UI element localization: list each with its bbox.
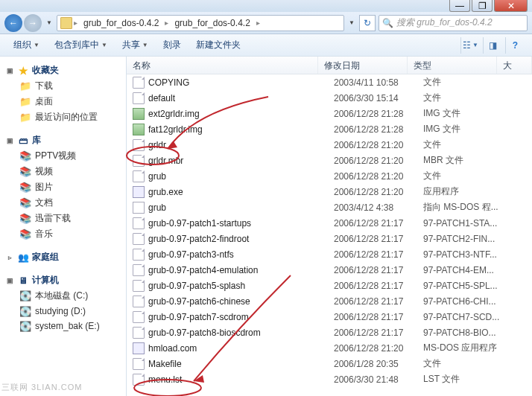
sidebar-item[interactable]: 💽studying (D:) xyxy=(3,304,123,319)
file-row[interactable]: grub-0.97-patch2-findroot2006/12/28 21:1… xyxy=(127,231,532,246)
sidebar-item[interactable]: 📚迅雷下载 xyxy=(3,211,123,226)
column-name[interactable]: 名称 xyxy=(127,57,318,74)
sidebar-item[interactable]: 📚音乐 xyxy=(3,226,123,242)
file-name: grub-0.97-patch2-findroot xyxy=(148,234,334,244)
help-button[interactable]: ? xyxy=(505,37,525,54)
refresh-button[interactable]: ↻ xyxy=(359,15,376,31)
library-icon: 🗃 xyxy=(17,135,29,147)
file-row[interactable]: grub.exe2006/12/28 21:20应用程序 xyxy=(127,184,532,199)
file-type: LST 文件 xyxy=(423,373,513,386)
file-icon xyxy=(133,155,145,167)
breadcrumb-seg-1[interactable]: grub_for_dos-0.4.2 xyxy=(79,18,163,28)
forward-button[interactable]: → xyxy=(24,14,42,32)
file-icon xyxy=(133,92,145,104)
sidebar-item[interactable]: 📁最近访问的位置 xyxy=(3,109,123,125)
file-type: 97-PATCH5-SPL... xyxy=(423,281,513,291)
maximize-icon: ❐ xyxy=(478,1,487,11)
item-icon: 📁 xyxy=(19,112,31,124)
sidebar-item[interactable]: 📚PPTV视频 xyxy=(3,148,123,164)
file-name: grub.exe xyxy=(148,187,334,197)
toolbar: 组织▼ 包含到库中▼ 共享▼ 刻录 新建文件夹 ☷▼ ◨ ? xyxy=(0,34,532,57)
column-date[interactable]: 修改日期 xyxy=(318,57,408,74)
file-type: 文件 xyxy=(423,92,513,104)
computer-group[interactable]: ▣ 🖥 计算机 xyxy=(3,272,123,288)
file-type: 指向 MS-DOS 程... xyxy=(423,201,513,214)
file-icon xyxy=(133,108,145,120)
include-menu[interactable]: 包含到库中▼ xyxy=(48,36,113,54)
sidebar-item[interactable]: 💽system_bak (E:) xyxy=(3,319,123,333)
file-row[interactable]: grub2003/4/12 4:38指向 MS-DOS 程... xyxy=(127,199,532,215)
file-row[interactable]: grub-0.97-patch6-chinese2006/12/28 21:17… xyxy=(127,293,532,309)
sidebar-item[interactable]: 📚图片 xyxy=(3,179,123,195)
share-menu[interactable]: 共享▼ xyxy=(116,36,154,54)
burn-button[interactable]: 刻录 xyxy=(157,36,187,54)
column-type[interactable]: 类型 xyxy=(408,57,497,74)
file-row[interactable]: grub-0.97-patch4-emulation2006/12/28 21:… xyxy=(127,262,532,278)
homegroup[interactable]: ▹ 👥 家庭组 xyxy=(3,249,123,265)
file-type: 97-PATCH1-STA... xyxy=(423,218,513,229)
file-row[interactable]: grub-0.97-patch3-ntfs2006/12/28 21:1797-… xyxy=(127,246,532,262)
item-icon: 📚 xyxy=(19,182,31,194)
item-icon: 📚 xyxy=(19,213,31,225)
file-name: grub xyxy=(148,202,334,213)
file-row[interactable]: COPYING2003/4/11 10:58文件 xyxy=(127,74,532,90)
file-row[interactable]: ext2grldr.img2006/12/28 21:28IMG 文件 xyxy=(127,106,532,121)
file-date: 2006/12/28 21:17 xyxy=(334,265,423,275)
file-name: grub-0.97-patch7-scdrom xyxy=(148,312,334,322)
file-type: MS-DOS 应用程序 xyxy=(423,342,513,354)
collapse-icon: ▣ xyxy=(6,276,14,284)
libraries-group[interactable]: ▣ 🗃 库 xyxy=(3,132,123,148)
file-row[interactable]: grldr2006/12/28 21:20文件 xyxy=(127,137,532,153)
sidebar-item[interactable]: 📁下载 xyxy=(3,78,123,94)
sidebar-item[interactable]: 📚文档 xyxy=(3,195,123,211)
file-date: 2006/12/28 21:20 xyxy=(334,171,423,182)
file-type: 97-PATCH8-BIO... xyxy=(423,328,513,338)
help-icon: ? xyxy=(513,40,518,51)
search-box[interactable]: 🔍 搜索 grub_for_dos-0.4.2 xyxy=(379,15,528,31)
file-row[interactable]: hmload.com2006/12/28 21:20MS-DOS 应用程序 xyxy=(127,340,532,356)
file-row[interactable]: grub-0.97-patch7-scdrom2006/12/28 21:179… xyxy=(127,309,532,325)
file-date: 2003/4/11 10:58 xyxy=(334,77,423,88)
sidebar-item[interactable]: 📚视频 xyxy=(3,164,123,179)
new-folder-button[interactable]: 新建文件夹 xyxy=(190,36,247,54)
file-row[interactable]: grub-0.97-patch5-splash2006/12/28 21:179… xyxy=(127,278,532,293)
file-row[interactable]: menu.lst2006/3/30 21:48LST 文件 xyxy=(127,371,532,387)
sidebar-item[interactable]: 💽本地磁盘 (C:) xyxy=(3,288,123,304)
file-row[interactable]: default2006/3/30 15:14文件 xyxy=(127,90,532,106)
star-icon: ★ xyxy=(17,65,29,77)
file-icon xyxy=(133,374,145,386)
minimize-button[interactable]: — xyxy=(449,0,470,12)
file-row[interactable]: fat12grldr.img2006/12/28 21:28IMG 文件 xyxy=(127,121,532,137)
file-icon xyxy=(133,186,145,198)
file-icon xyxy=(133,202,145,214)
back-button[interactable]: ← xyxy=(4,14,22,32)
file-row[interactable]: Makefile2006/1/28 20:35文件 xyxy=(127,356,532,371)
file-name: ext2grldr.img xyxy=(148,109,334,119)
favorites-group[interactable]: ▣ ★ 收藏夹 xyxy=(3,63,123,78)
file-row[interactable]: grub-0.97-patch8-bioscdrom2006/12/28 21:… xyxy=(127,325,532,340)
file-name: Makefile xyxy=(148,359,334,369)
breadcrumb[interactable]: ▸ grub_for_dos-0.4.2 ▸ grub_for_dos-0.4.… xyxy=(57,15,344,31)
sidebar-item-label: PPTV视频 xyxy=(35,150,76,162)
breadcrumb-dropdown[interactable]: ▼ xyxy=(347,16,356,31)
file-icon xyxy=(133,296,145,307)
breadcrumb-seg-2[interactable]: grub_for_dos-0.4.2 xyxy=(170,18,254,28)
close-button[interactable]: ✕ xyxy=(494,0,528,12)
preview-pane-button[interactable]: ◨ xyxy=(483,37,502,54)
collapse-icon: ▣ xyxy=(6,136,14,144)
file-row[interactable]: grub2006/12/28 21:20文件 xyxy=(127,168,532,184)
file-row[interactable]: grub-0.97-patch1-startups2006/12/28 21:1… xyxy=(127,215,532,231)
view-options-button[interactable]: ☷▼ xyxy=(460,37,480,54)
file-date: 2006/12/28 21:20 xyxy=(334,140,423,150)
organize-menu[interactable]: 组织▼ xyxy=(7,36,45,54)
file-icon xyxy=(133,280,145,292)
file-row[interactable]: grldr.mbr2006/12/28 21:20MBR 文件 xyxy=(127,153,532,168)
chevron-down-icon: ▼ xyxy=(34,42,39,48)
watermark: 三联网 3LIAN.COM xyxy=(1,382,82,393)
column-size[interactable]: 大 xyxy=(497,57,532,74)
maximize-button[interactable]: ❐ xyxy=(472,0,493,12)
file-name: grub-0.97-patch4-emulation xyxy=(148,265,334,275)
item-icon: 📚 xyxy=(19,150,31,162)
sidebar-item[interactable]: 📁桌面 xyxy=(3,94,123,109)
history-dropdown[interactable]: ▼ xyxy=(45,16,54,31)
